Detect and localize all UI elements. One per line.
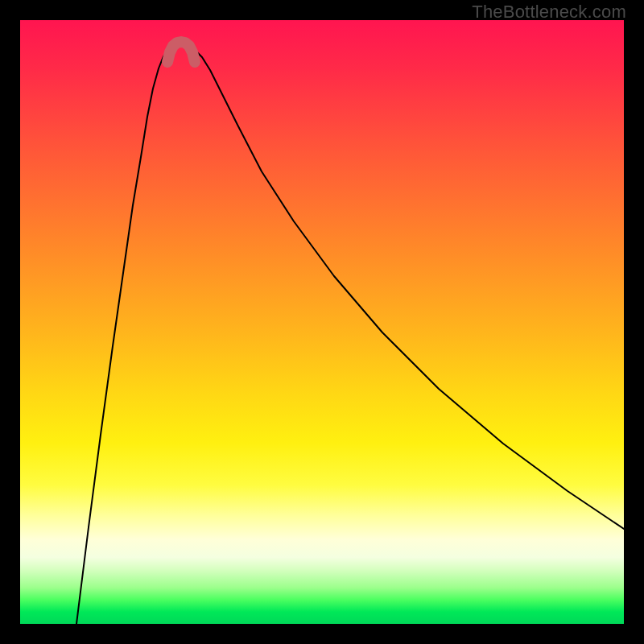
plot-area (20, 20, 624, 624)
series-right-branch (191, 48, 624, 529)
series-highlight-bottom (167, 42, 195, 62)
curve-layer (20, 20, 624, 624)
chart-frame: TheBottleneck.com (0, 0, 644, 644)
series-left-branch (76, 48, 171, 624)
watermark-text: TheBottleneck.com (472, 2, 626, 23)
